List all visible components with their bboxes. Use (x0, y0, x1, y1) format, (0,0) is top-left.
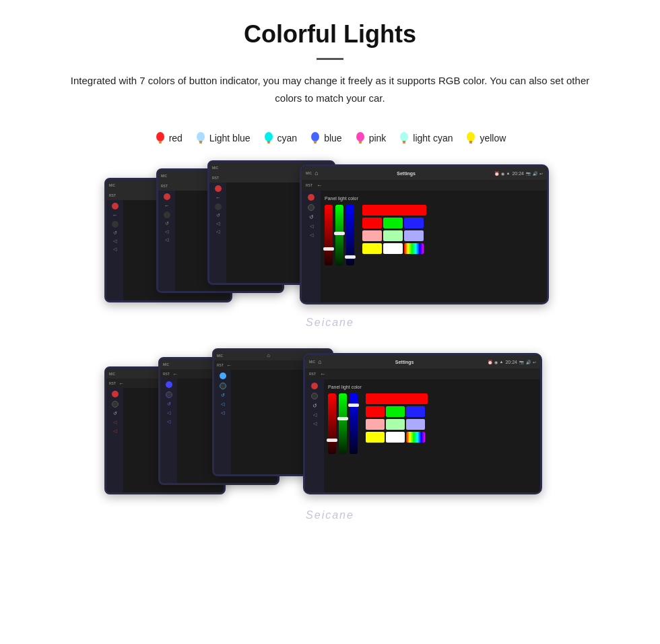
bmain-vol: 🔊 (526, 360, 531, 364)
layer3-back-icon: ← (216, 195, 221, 201)
color-label-cyan: cyan (277, 133, 298, 143)
color-item-lightblue: Light blue (195, 131, 251, 146)
layer3-rst: RST (212, 176, 219, 180)
bmain-rst: RST (309, 372, 316, 376)
blayer2-circle (166, 391, 172, 398)
main-top-alarm: ⏰ (494, 171, 499, 176)
bottom-device-stack: MIC ⌂ Settings RST ← ↺ ◁ ◁ (101, 345, 559, 507)
layer1-return-icon: ↺ (113, 230, 117, 236)
bmain-cell-pink (366, 419, 385, 430)
layer2-return-icon: ↺ (165, 221, 169, 226)
layer3-mic: MIC (212, 166, 218, 170)
svg-rect-2 (159, 142, 162, 143)
color-cell-bigred (362, 205, 426, 216)
color-item-yellow: yellow (465, 131, 506, 146)
svg-point-9 (311, 132, 319, 141)
bmain-blue-handle (348, 404, 359, 407)
bmain-vol-u: ◁ (313, 421, 317, 426)
bmain-signal: ▲ (500, 360, 504, 364)
blayer3-back: ← (226, 362, 232, 368)
page-header: Colorful Lights Integrated with 7 colors… (0, 0, 660, 125)
main-vol-down: ◁ (310, 224, 313, 229)
color-label-yellow: yellow (480, 133, 506, 143)
svg-rect-4 (199, 141, 202, 142)
blayer2-back: ← (172, 371, 178, 377)
main-top-vol: 🔊 (533, 171, 537, 176)
main-vol-up: ◁ (310, 232, 313, 238)
blayer2-vol2: ◁ (167, 419, 170, 424)
layer3-power-btn (215, 185, 222, 192)
color-grid (362, 205, 426, 254)
bmain-loc: ◉ (494, 360, 498, 364)
main-power-btn (308, 194, 315, 201)
color-item-lightcyan: light cyan (398, 131, 453, 146)
color-cell-lightgreen (383, 230, 403, 241)
svg-rect-20 (469, 142, 472, 143)
color-label-lightblue: Light blue (209, 133, 251, 143)
main-top-home: ⌂ (315, 170, 318, 176)
layer1-vol-icon: ◁ (113, 238, 117, 244)
blayer3-vol2: ◁ (221, 410, 224, 416)
blayer2-power (166, 381, 172, 388)
svg-rect-11 (314, 142, 317, 143)
cyan-bulb-icon (263, 131, 275, 146)
yellow-bulb-icon (465, 131, 477, 146)
blayer2-rst: RST (163, 372, 170, 376)
main-top-mic: MIC (306, 171, 312, 175)
blue-slider-handle (345, 255, 356, 259)
svg-point-18 (467, 132, 475, 141)
main-top-location: ◉ (501, 171, 504, 176)
svg-rect-17 (403, 142, 405, 143)
main-settings-label: Settings (397, 171, 416, 176)
bmain-cell-yellow (366, 432, 385, 443)
blayer3-undo: ↺ (221, 393, 225, 398)
pink-bulb-icon (354, 131, 366, 146)
layer1-rst: RST (109, 193, 116, 197)
layer3-return-icon: ↺ (216, 213, 220, 218)
main-top-back: ↩ (539, 171, 543, 176)
color-label-lightcyan: light cyan (413, 133, 453, 143)
red-bulb-icon (154, 131, 166, 146)
layer2-rst: RST (161, 184, 168, 188)
bmain-settings-label: Settings (395, 360, 414, 364)
blue-slider (346, 205, 354, 265)
color-cell-yellow (362, 243, 382, 254)
bmain-color-grid (366, 393, 428, 443)
color-cell-pink (362, 230, 382, 241)
blayer3-rst: RST (217, 363, 224, 367)
layer3-home-btn (215, 203, 222, 210)
bmain-blue-slider (350, 393, 358, 454)
main-undo-icon: ↺ (309, 214, 314, 220)
bmain-mic: MIC (309, 360, 315, 364)
top-main-device: MIC ⌂ Settings ⏰ ◉ ▲ 20:24 📷 🔊 ↩ (300, 164, 549, 304)
layer3-vol-icon: ◁ (216, 221, 220, 226)
blayer3-power (220, 373, 226, 379)
color-item-cyan: cyan (263, 131, 298, 146)
color-label-red: red (169, 133, 183, 143)
color-item-red: red (154, 131, 183, 146)
lightblue-bulb-icon (195, 131, 207, 146)
watermark-bottom: Seicane (13, 507, 647, 524)
color-item-pink: pink (354, 131, 387, 146)
bmain-cell-lgreen (386, 419, 405, 430)
color-cell-green (383, 218, 403, 228)
color-cell-rainbow (404, 243, 424, 254)
color-cell-red (362, 218, 382, 228)
layer2-power-btn (164, 193, 170, 200)
svg-rect-7 (267, 141, 270, 142)
svg-rect-19 (469, 141, 473, 142)
blayer1-circle (112, 401, 119, 408)
bmain-cell-lblue (406, 419, 425, 430)
svg-point-6 (265, 132, 273, 141)
blayer1-rst: RST (109, 381, 116, 385)
bottom-devices-section: MIC ⌂ Settings RST ← ↺ ◁ ◁ (0, 345, 660, 524)
blayer2-undo: ↺ (167, 401, 171, 407)
bmain-green-handle (337, 417, 348, 420)
main-top-signal: ▲ (506, 171, 510, 175)
bmain-cell-green (386, 406, 405, 417)
blayer1-power (112, 391, 119, 397)
svg-point-3 (197, 132, 205, 141)
blayer3-mic: MIC (217, 354, 223, 358)
main-rst: RST (306, 183, 312, 187)
title-divider (317, 58, 343, 60)
